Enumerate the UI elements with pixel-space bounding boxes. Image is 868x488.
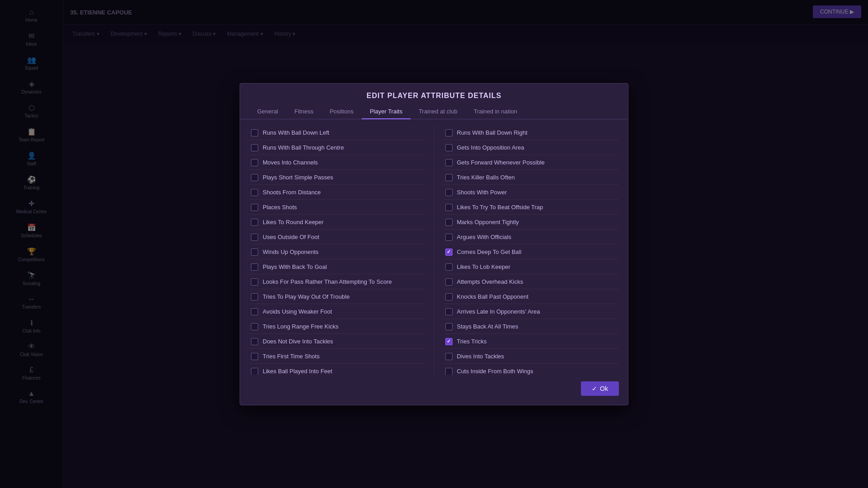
trait-row-runs-ball-through-centre[interactable]: Runs With Ball Through Centre [249, 141, 425, 155]
trait-checkbox-likes-to-try-to-beat-offside-trap[interactable] [445, 204, 453, 211]
trait-checkbox-dives-into-tackles[interactable] [445, 353, 453, 360]
trait-row-tries-killer-balls-often[interactable]: Tries Killer Balls Often [443, 171, 619, 185]
trait-checkbox-stays-back-at-all-times[interactable] [445, 323, 453, 330]
trait-row-argues-with-officials[interactable]: Argues With Officials [443, 230, 619, 244]
tab-fitness[interactable]: Fitness [286, 104, 321, 119]
trait-checkbox-runs-ball-down-left[interactable] [251, 129, 258, 136]
trait-label-likes-to-try-to-beat-offside-trap: Likes To Try To Beat Offside Trap [457, 204, 543, 211]
modal-title: EDIT PLAYER ATTRIBUTE DETAILS [240, 84, 628, 104]
trait-label-tries-tricks: Tries Tricks [457, 338, 487, 345]
trait-checkbox-plays-with-back-to-goal[interactable] [251, 263, 258, 271]
trait-checkbox-likes-ball-played-into-feet[interactable] [251, 368, 258, 375]
trait-label-gets-forward-whenever-possible: Gets Forward Whenever Possible [457, 159, 545, 166]
trait-checkbox-moves-into-channels[interactable] [251, 159, 258, 166]
trait-checkbox-comes-deep-to-get-ball[interactable] [445, 249, 453, 256]
trait-checkbox-attempts-overhead-kicks[interactable] [445, 278, 453, 286]
traits-col-left: Runs With Ball Down LeftRuns With Ball T… [249, 126, 434, 375]
trait-row-plays-with-back-to-goal[interactable]: Plays With Back To Goal [249, 260, 425, 274]
trait-checkbox-cuts-inside-from-both-wings[interactable] [445, 368, 453, 375]
tab-player-traits[interactable]: Player Traits [362, 104, 410, 119]
trait-row-does-not-dive[interactable]: Does Not Dive Into Tackles [249, 335, 425, 349]
trait-checkbox-tries-first-time-shots[interactable] [251, 353, 258, 360]
trait-row-runs-ball-down-left[interactable]: Runs With Ball Down Left [249, 126, 425, 140]
traits-content: Runs With Ball Down LeftRuns With Ball T… [240, 126, 628, 375]
trait-label-runs-ball-through-centre: Runs With Ball Through Centre [263, 144, 344, 151]
trait-checkbox-tries-long-range-free-kicks[interactable] [251, 323, 258, 330]
trait-row-likes-to-lob-keeper[interactable]: Likes To Lob Keeper [443, 260, 619, 274]
trait-checkbox-plays-short-simple-passes[interactable] [251, 174, 258, 181]
trait-checkbox-argues-with-officials[interactable] [445, 234, 453, 241]
trait-label-plays-short-simple-passes: Plays Short Simple Passes [263, 174, 333, 181]
trait-label-knocks-ball-past-opponent: Knocks Ball Past Opponent [457, 293, 528, 300]
trait-label-tries-first-time-shots: Tries First Time Shots [263, 353, 320, 360]
trait-row-tries-long-range-free-kicks[interactable]: Tries Long Range Free Kicks [249, 320, 425, 334]
trait-label-gets-into-opposition-area: Gets Into Opposition Area [457, 144, 524, 151]
trait-checkbox-looks-for-pass[interactable] [251, 278, 258, 286]
trait-row-plays-short-simple-passes[interactable]: Plays Short Simple Passes [249, 171, 425, 185]
trait-checkbox-does-not-dive[interactable] [251, 338, 258, 345]
trait-row-stays-back-at-all-times[interactable]: Stays Back At All Times [443, 320, 619, 334]
trait-row-likes-to-try-to-beat-offside-trap[interactable]: Likes To Try To Beat Offside Trap [443, 201, 619, 215]
trait-row-cuts-inside-from-both-wings[interactable]: Cuts Inside From Both Wings [443, 365, 619, 375]
trait-row-winds-up-opponents[interactable]: Winds Up Opponents [249, 245, 425, 259]
trait-row-moves-into-channels[interactable]: Moves Into Channels [249, 156, 425, 170]
trait-checkbox-marks-opponent-tightly[interactable] [445, 219, 453, 226]
trait-label-tries-killer-balls-often: Tries Killer Balls Often [457, 174, 515, 181]
trait-checkbox-shoots-with-power[interactable] [445, 189, 453, 196]
trait-label-places-shots: Places Shots [263, 204, 297, 211]
modal-backdrop: EDIT PLAYER ATTRIBUTE DETAILS General Fi… [0, 0, 868, 488]
trait-checkbox-gets-into-opposition-area[interactable] [445, 144, 453, 151]
trait-checkbox-tries-killer-balls-often[interactable] [445, 174, 453, 181]
trait-row-runs-ball-down-right[interactable]: Runs With Ball Down Right [443, 126, 619, 140]
trait-checkbox-uses-outside-of-foot[interactable] [251, 234, 258, 241]
trait-checkbox-avoids-weaker-foot[interactable] [251, 308, 258, 315]
trait-row-gets-forward-whenever-possible[interactable]: Gets Forward Whenever Possible [443, 156, 619, 170]
trait-label-moves-into-channels: Moves Into Channels [263, 159, 318, 166]
trait-row-avoids-weaker-foot[interactable]: Avoids Using Weaker Foot [249, 305, 425, 319]
trait-label-avoids-weaker-foot: Avoids Using Weaker Foot [263, 308, 332, 315]
trait-checkbox-tries-to-play-way-out[interactable] [251, 293, 258, 300]
trait-checkbox-runs-ball-through-centre[interactable] [251, 144, 258, 151]
trait-checkbox-runs-ball-down-right[interactable] [445, 129, 453, 136]
trait-row-attempts-overhead-kicks[interactable]: Attempts Overhead Kicks [443, 275, 619, 289]
trait-row-dives-into-tackles[interactable]: Dives Into Tackles [443, 350, 619, 364]
trait-row-marks-opponent-tightly[interactable]: Marks Opponent Tightly [443, 216, 619, 230]
trait-row-tries-to-play-way-out[interactable]: Tries To Play Way Out Of Trouble [249, 290, 425, 304]
trait-label-comes-deep-to-get-ball: Comes Deep To Get Ball [457, 249, 522, 255]
trait-checkbox-shoots-from-distance[interactable] [251, 189, 258, 196]
traits-col-right: Runs With Ball Down RightGets Into Oppos… [443, 126, 619, 375]
trait-row-likes-to-round-keeper[interactable]: Likes To Round Keeper [249, 216, 425, 230]
trait-label-likes-to-round-keeper: Likes To Round Keeper [263, 219, 324, 225]
trait-row-arrives-late-in-opponents-area[interactable]: Arrives Late In Opponents' Area [443, 305, 619, 319]
trait-row-shoots-from-distance[interactable]: Shoots From Distance [249, 186, 425, 200]
trait-checkbox-likes-to-round-keeper[interactable] [251, 219, 258, 226]
tab-trained-in-nation[interactable]: Trained in nation [466, 104, 525, 119]
trait-checkbox-gets-forward-whenever-possible[interactable] [445, 159, 453, 166]
trait-row-tries-tricks[interactable]: Tries Tricks [443, 335, 619, 349]
trait-label-plays-with-back-to-goal: Plays With Back To Goal [263, 263, 327, 270]
trait-checkbox-places-shots[interactable] [251, 204, 258, 211]
ok-button[interactable]: ✓ Ok [581, 381, 619, 396]
trait-checkbox-winds-up-opponents[interactable] [251, 249, 258, 256]
trait-row-gets-into-opposition-area[interactable]: Gets Into Opposition Area [443, 141, 619, 155]
trait-checkbox-arrives-late-in-opponents-area[interactable] [445, 308, 453, 315]
trait-checkbox-likes-to-lob-keeper[interactable] [445, 263, 453, 271]
trait-row-shoots-with-power[interactable]: Shoots With Power [443, 186, 619, 200]
trait-row-comes-deep-to-get-ball[interactable]: Comes Deep To Get Ball [443, 245, 619, 259]
trait-label-shoots-with-power: Shoots With Power [457, 189, 507, 196]
trait-label-tries-long-range-free-kicks: Tries Long Range Free Kicks [263, 323, 339, 330]
trait-row-uses-outside-of-foot[interactable]: Uses Outside Of Foot [249, 230, 425, 244]
tab-general[interactable]: General [249, 104, 286, 119]
trait-row-places-shots[interactable]: Places Shots [249, 201, 425, 215]
trait-checkbox-knocks-ball-past-opponent[interactable] [445, 293, 453, 300]
edit-player-attributes-modal: EDIT PLAYER ATTRIBUTE DETAILS General Fi… [240, 83, 628, 405]
tab-trained-at-club[interactable]: Trained at club [410, 104, 466, 119]
trait-label-marks-opponent-tightly: Marks Opponent Tightly [457, 219, 519, 225]
trait-checkbox-tries-tricks[interactable] [445, 338, 453, 345]
trait-label-dives-into-tackles: Dives Into Tackles [457, 353, 505, 360]
trait-row-looks-for-pass[interactable]: Looks For Pass Rather Than Attempting To… [249, 275, 425, 289]
trait-row-knocks-ball-past-opponent[interactable]: Knocks Ball Past Opponent [443, 290, 619, 304]
trait-row-tries-first-time-shots[interactable]: Tries First Time Shots [249, 350, 425, 364]
trait-row-likes-ball-played-into-feet[interactable]: Likes Ball Played Into Feet [249, 365, 425, 375]
tab-positions[interactable]: Positions [321, 104, 362, 119]
